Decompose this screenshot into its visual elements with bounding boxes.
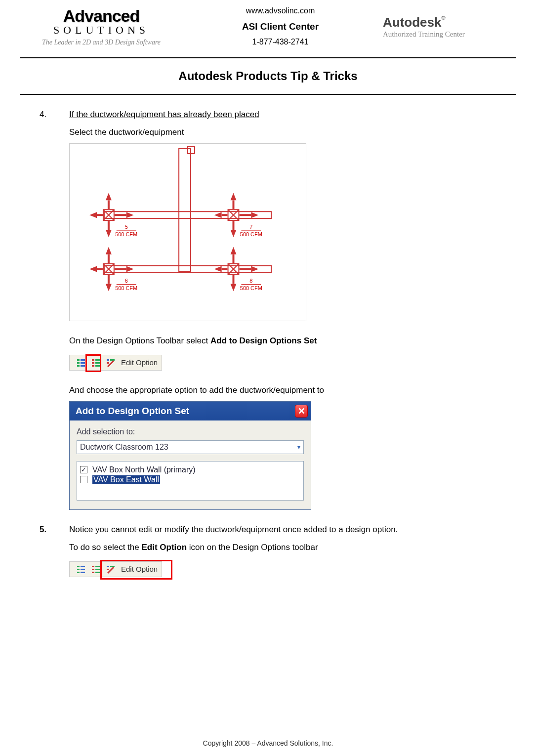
page-title: Autodesk Products Tip & Tricks: [20, 60, 516, 92]
svg-rect-72: [81, 569, 85, 570]
svg-rect-65: [107, 362, 109, 364]
logo-autodesk: Autodesk® Authorized Training Center: [383, 15, 511, 39]
page-header: Advanced SOLUTIONS The Leader in 2D and …: [20, 0, 516, 55]
svg-rect-27: [232, 221, 234, 230]
svg-rect-1: [188, 147, 195, 154]
step-number: 5.: [40, 525, 69, 584]
svg-rect-62: [95, 362, 100, 364]
svg-rect-35: [108, 275, 110, 284]
design-options-toolbar-1: Edit Option: [69, 355, 162, 371]
design-option-set-select[interactable]: Ductwork Classroom 123 ▾: [77, 440, 304, 454]
svg-rect-33: [108, 254, 110, 263]
logo-tagline: The Leader in 2D and 3D Design Software: [25, 39, 178, 46]
edit-option-icon[interactable]: [105, 564, 116, 575]
svg-rect-21: [97, 214, 103, 216]
step-number: 4.: [40, 110, 69, 515]
svg-marker-20: [89, 212, 97, 218]
svg-rect-57: [81, 365, 85, 367]
edit-option-icon[interactable]: [105, 357, 116, 368]
svg-rect-61: [95, 359, 100, 361]
cfm-label-5-num: 5: [125, 224, 128, 230]
option-label: VAV Box East Wall: [92, 475, 160, 484]
cfm-label-8-cfm: 500 CFM: [240, 285, 262, 291]
svg-marker-16: [106, 193, 112, 200]
svg-rect-37: [97, 268, 103, 270]
svg-rect-73: [81, 572, 85, 573]
svg-rect-19: [108, 221, 110, 230]
cfm-label-8-num: 8: [249, 278, 252, 284]
chevron-down-icon: ▾: [297, 444, 300, 451]
step-4: 4. If the ductwork/equipment has already…: [40, 110, 506, 515]
svg-marker-30: [251, 212, 258, 218]
svg-rect-78: [95, 569, 100, 570]
svg-rect-76: [92, 572, 94, 573]
svg-rect-47: [239, 268, 251, 270]
dialog-titlebar: Add to Design Option Set ✕: [70, 402, 311, 420]
cfm-label-5-cfm: 500 CFM: [115, 231, 137, 237]
logo-main: Advanced: [25, 6, 178, 26]
design-options-icon[interactable]: [76, 564, 86, 575]
svg-rect-64: [107, 359, 109, 361]
svg-rect-56: [81, 362, 85, 364]
logo-advanced-solutions: Advanced SOLUTIONS The Leader in 2D and …: [25, 6, 178, 46]
step-5-p1: Notice you cannot edit or modify the duc…: [69, 525, 506, 535]
svg-rect-29: [222, 214, 228, 216]
svg-rect-39: [115, 268, 126, 270]
header-center: www.advsolinc.com ASI Client Center 1-87…: [178, 4, 383, 49]
autodesk-brand: Autodesk®: [383, 15, 511, 30]
svg-rect-74: [92, 566, 94, 567]
svg-rect-54: [77, 365, 80, 367]
svg-marker-32: [106, 247, 112, 254]
svg-rect-0: [179, 149, 191, 272]
dialog-prompt: Add selection to:: [77, 427, 304, 436]
step-4-p1: Select the ductwork/equipment: [69, 127, 506, 137]
svg-rect-71: [81, 566, 85, 567]
svg-rect-70: [77, 572, 80, 573]
svg-rect-53: [77, 362, 80, 364]
checkbox-icon[interactable]: ✓: [80, 466, 87, 473]
svg-marker-24: [231, 193, 237, 200]
svg-marker-28: [214, 212, 222, 218]
design-options-toolbar-2: Edit Option: [69, 561, 162, 577]
svg-rect-17: [108, 200, 110, 209]
toolbar-label[interactable]: Edit Option: [121, 358, 158, 367]
checkbox-icon[interactable]: [80, 476, 87, 483]
header-phone: 1-877-438-2741: [178, 35, 383, 49]
copyright: Copyright 2008 – Advanced Solutions, Inc…: [203, 739, 333, 747]
svg-rect-68: [77, 566, 80, 567]
step-4-p2: On the Design Options Toolbar select Add…: [69, 336, 506, 346]
svg-rect-58: [92, 359, 94, 361]
svg-marker-38: [126, 266, 134, 272]
svg-rect-41: [232, 254, 234, 263]
cfm-label-7-cfm: 500 CFM: [240, 231, 262, 237]
svg-marker-22: [126, 212, 134, 218]
list-item[interactable]: VAV Box East Wall: [80, 475, 300, 484]
svg-rect-81: [107, 569, 109, 570]
design-options-icon[interactable]: [76, 357, 86, 368]
cfm-label-6-num: 6: [125, 278, 128, 284]
design-options-list: ✓ VAV Box North Wall (primary) VAV Box E…: [77, 461, 304, 501]
logo-sub: SOLUTIONS: [25, 24, 178, 37]
list-item[interactable]: ✓ VAV Box North Wall (primary): [80, 465, 300, 474]
page-footer: Copyright 2008 – Advanced Solutions, Inc…: [20, 733, 516, 747]
svg-rect-55: [81, 359, 85, 361]
dialog-title: Add to Design Option Set: [76, 406, 189, 417]
svg-rect-45: [222, 268, 228, 270]
toolbar-label[interactable]: Edit Option: [121, 565, 158, 573]
option-label: VAV Box North Wall (primary): [92, 465, 196, 474]
autodesk-sub: Authorized Training Center: [383, 30, 511, 39]
svg-rect-66: [110, 359, 115, 361]
close-icon: ✕: [298, 406, 305, 417]
svg-rect-25: [232, 200, 234, 209]
close-button[interactable]: ✕: [295, 405, 308, 418]
svg-marker-34: [106, 284, 112, 291]
svg-marker-18: [106, 230, 112, 237]
svg-rect-77: [95, 566, 100, 567]
svg-rect-31: [239, 214, 251, 216]
add-to-design-options-icon[interactable]: [90, 357, 101, 368]
svg-rect-63: [95, 365, 100, 367]
step-5-p2: To do so select the Edit Option icon on …: [69, 543, 506, 552]
step-4-p3: And choose the appropriate option to add…: [69, 385, 506, 395]
svg-rect-60: [92, 365, 94, 367]
add-to-design-options-icon[interactable]: [90, 564, 101, 575]
